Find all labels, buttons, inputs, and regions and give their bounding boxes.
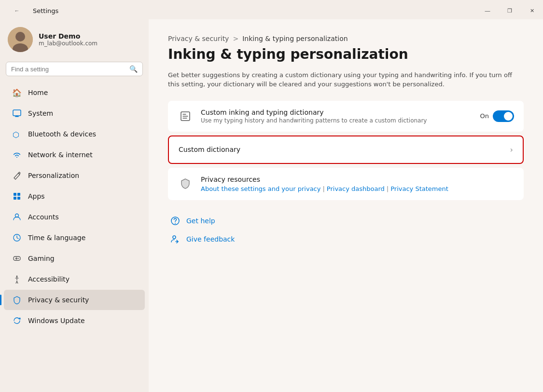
privacy-links: About these settings and your privacy | … — [201, 185, 448, 192]
sidebar-item-accounts-label: Accounts — [28, 213, 59, 221]
sidebar: User Demo m_lab@outlook.com 🔍 🏠 Home Sys… — [0, 19, 149, 392]
privacy-icon — [12, 295, 22, 305]
privacy-separator-1: | — [322, 185, 324, 192]
sidebar-item-home-label: Home — [28, 89, 48, 96]
privacy-link-statement[interactable]: Privacy Statement — [390, 185, 448, 192]
toggle-label: On — [480, 112, 489, 120]
privacy-separator-2: | — [387, 185, 389, 192]
sidebar-item-privacy[interactable]: Privacy & security — [4, 290, 145, 310]
sidebar-item-home[interactable]: 🏠 Home — [4, 82, 145, 103]
search-icon: 🔍 — [129, 65, 138, 73]
content-area: Privacy & security > Inking & typing per… — [149, 19, 543, 392]
inking-icon — [178, 108, 193, 124]
svg-rect-7 — [14, 193, 16, 196]
sidebar-item-bluetooth[interactable]: ⬡ Bluetooth & devices — [4, 124, 145, 144]
close-button[interactable]: ✕ — [521, 3, 543, 18]
inking-toggle-card: Custom inking and typing dictionary Use … — [168, 101, 524, 132]
privacy-link-about[interactable]: About these settings and your privacy — [201, 185, 320, 192]
accounts-icon — [12, 212, 22, 222]
page-description: Get better suggestions by creating a cus… — [168, 70, 515, 89]
breadcrumb: Privacy & security > Inking & typing per… — [168, 35, 524, 42]
home-icon: 🏠 — [12, 87, 22, 98]
user-profile[interactable]: User Demo m_lab@outlook.com — [0, 19, 149, 62]
inking-toggle[interactable] — [493, 110, 514, 122]
svg-point-15 — [16, 276, 18, 277]
custom-dictionary-card[interactable]: Custom dictionary › — [168, 135, 524, 164]
search-input[interactable] — [11, 66, 125, 73]
sidebar-item-update[interactable]: Windows Update — [4, 311, 145, 331]
get-help-icon — [170, 216, 181, 226]
minimize-button[interactable]: — — [476, 3, 499, 18]
privacy-resources-title: Privacy resources — [201, 176, 448, 183]
avatar — [8, 27, 33, 52]
sidebar-item-time-label: Time & language — [28, 234, 85, 242]
maximize-button[interactable]: ❐ — [499, 3, 521, 18]
sidebar-item-accounts[interactable]: Accounts — [4, 207, 145, 227]
svg-rect-5 — [16, 116, 18, 117]
bluetooth-icon: ⬡ — [12, 129, 22, 139]
custom-dictionary-text: Custom dictionary — [179, 146, 502, 153]
inking-text: Custom inking and typing dictionary Use … — [201, 108, 473, 124]
custom-dictionary-title: Custom dictionary — [179, 146, 502, 153]
breadcrumb-parent[interactable]: Privacy & security — [168, 35, 229, 42]
sidebar-item-network-label: Network & internet — [28, 151, 93, 159]
sidebar-item-network[interactable]: Network & internet — [4, 145, 145, 165]
time-icon — [12, 232, 22, 243]
app-body: User Demo m_lab@outlook.com 🔍 🏠 Home Sys… — [0, 19, 543, 392]
titlebar: ← Settings — ❐ ✕ — [0, 0, 543, 19]
svg-rect-10 — [17, 197, 20, 200]
privacy-resources-content: Privacy resources About these settings a… — [201, 176, 448, 192]
personalization-icon — [12, 170, 22, 181]
sidebar-item-personalization[interactable]: Personalization — [4, 165, 145, 186]
get-help-label: Get help — [186, 217, 215, 225]
sidebar-item-update-label: Windows Update — [28, 317, 85, 324]
svg-point-1 — [15, 32, 25, 41]
sidebar-item-bluetooth-label: Bluetooth & devices — [28, 130, 96, 138]
svg-rect-8 — [17, 193, 20, 196]
privacy-resources-icon — [178, 176, 193, 191]
sidebar-item-apps[interactable]: Apps — [4, 186, 145, 206]
privacy-link-dashboard[interactable]: Privacy dashboard — [327, 185, 385, 192]
window-controls: — ❐ ✕ — [476, 3, 543, 18]
breadcrumb-separator: > — [233, 35, 238, 42]
gaming-icon — [12, 253, 22, 264]
svg-text:⬡: ⬡ — [13, 130, 19, 138]
inking-toggle-row: Custom inking and typing dictionary Use … — [168, 101, 524, 132]
sidebar-item-gaming-label: Gaming — [28, 255, 55, 262]
inking-title: Custom inking and typing dictionary — [201, 108, 473, 116]
back-button[interactable]: ← — [6, 3, 28, 18]
sidebar-item-privacy-label: Privacy & security — [28, 296, 89, 304]
app-title: Settings — [33, 7, 58, 14]
titlebar-left: ← Settings — [6, 3, 58, 18]
sidebar-item-system[interactable]: System — [4, 103, 145, 123]
sidebar-item-system-label: System — [28, 109, 53, 117]
help-section: Get help Give feedback — [168, 212, 524, 248]
privacy-resources-card: Privacy resources About these settings a… — [168, 168, 524, 200]
custom-dictionary-row[interactable]: Custom dictionary › — [169, 136, 523, 163]
update-icon — [12, 315, 22, 326]
svg-rect-9 — [14, 197, 16, 200]
sidebar-nav: 🏠 Home System ⬡ Bluetooth & devices Net — [0, 82, 149, 331]
give-feedback-link[interactable]: Give feedback — [168, 230, 524, 248]
get-help-link[interactable]: Get help — [168, 212, 524, 230]
accessibility-icon — [12, 274, 22, 284]
sidebar-item-personalization-label: Personalization — [28, 172, 79, 179]
svg-rect-3 — [13, 110, 21, 116]
user-email: m_lab@outlook.com — [39, 40, 97, 47]
sidebar-item-apps-label: Apps — [28, 192, 45, 200]
toggle-container[interactable]: On — [480, 110, 514, 122]
give-feedback-icon — [170, 234, 181, 244]
apps-icon — [12, 191, 22, 202]
sidebar-item-accessibility-label: Accessibility — [28, 275, 70, 283]
chevron-right-icon: › — [510, 145, 513, 154]
sidebar-item-time[interactable]: Time & language — [4, 228, 145, 248]
inking-subtitle: Use my typing history and handwriting pa… — [201, 117, 473, 124]
svg-point-19 — [173, 236, 176, 239]
network-icon — [12, 149, 22, 160]
user-name: User Demo — [39, 32, 97, 40]
sidebar-item-gaming[interactable]: Gaming — [4, 248, 145, 269]
sidebar-item-accessibility[interactable]: Accessibility — [4, 269, 145, 289]
user-info: User Demo m_lab@outlook.com — [39, 32, 97, 47]
search-box[interactable]: 🔍 — [6, 62, 143, 76]
page-title: Inking & typing personalization — [168, 46, 524, 63]
